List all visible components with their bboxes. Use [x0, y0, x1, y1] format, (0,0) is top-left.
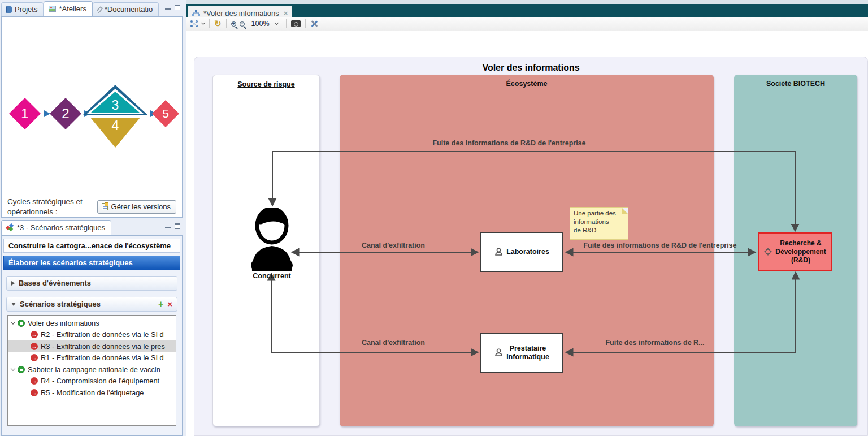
tab-documentation-label: *Documentatio: [105, 5, 153, 14]
edge-label-mid-right: Fuite des informations de R&D de l'entre…: [583, 241, 736, 249]
book-icon: [6, 6, 12, 13]
manage-versions-button[interactable]: Gérer les versions: [97, 200, 176, 214]
prestataire-label: Prestataire informatique: [506, 344, 549, 361]
maximize-icon[interactable]: [175, 5, 180, 10]
target-icon: [764, 248, 772, 256]
tab-scenarios-label: *3 - Scénarios stratégiques: [17, 223, 105, 232]
tree-item-risk[interactable]: → R1 - Exfiltration de données via le SI…: [8, 352, 176, 364]
ateliers-panel: Projets *Ateliers *Documentatio 1 2: [1, 1, 183, 218]
tab-scenarios-strategiques[interactable]: *3 - Scénarios stratégiques: [1, 220, 111, 235]
node-laboratoires[interactable]: Laboratoires: [480, 232, 563, 272]
risk-arrow-icon: →: [31, 354, 38, 361]
image-icon: [49, 6, 56, 12]
step2-number: 2: [62, 106, 69, 121]
tree-item-risk[interactable]: → R5 - Modification de l'étiquetage: [8, 387, 176, 399]
rd-label: Recherche & Développement (R&D): [775, 239, 826, 265]
layout-dropdown-icon[interactable]: [201, 21, 205, 25]
arrow-1-2-icon: [44, 110, 50, 117]
ateliers-panel-body: 1 2 3 4 5 Cycles stratégiques et opérati…: [1, 16, 183, 218]
tree-item-risk[interactable]: → R4 - Compromission de l'équipement: [8, 375, 176, 387]
sticky-note[interactable]: Une partie des informations de R&D: [570, 207, 628, 240]
scenario-icon: [18, 320, 25, 327]
editor-tab-label: *Voler des informations: [203, 9, 279, 18]
minimize-icon[interactable]: [165, 223, 171, 228]
edge-label-bottom-right: Fuite des informations de R...: [605, 339, 704, 347]
versions-icon: [102, 203, 108, 210]
edge-label-bottom-left: Canal d'exfiltration: [362, 339, 425, 347]
tree-item-scenario[interactable]: Saboter la campagne nationale de vaccin: [8, 364, 176, 375]
diagram-canvas[interactable]: Voler des informations Source de risque …: [194, 57, 868, 436]
zoom-level-select[interactable]: 100%: [248, 19, 281, 29]
chevron-down-icon: [275, 21, 279, 25]
tab-ateliers-label: *Ateliers: [59, 5, 86, 13]
concurrent-label: Concurrent: [229, 272, 314, 280]
section-bases-evenements[interactable]: Bases d'évènements: [6, 276, 177, 291]
edge-label-mid-left: Canal d'exfiltration: [362, 241, 425, 249]
risk-arrow-icon: →: [31, 389, 38, 396]
scenarios-panel: *3 - Scénarios stratégiques Construire l…: [1, 220, 183, 436]
workshop-icon: [6, 224, 14, 231]
risk-arrow-icon: →: [31, 343, 38, 350]
step5-number: 5: [162, 107, 169, 120]
scenario-icon: [18, 366, 25, 373]
section-scenarios-strategiques[interactable]: Scénarios stratégiques + ×: [6, 297, 177, 312]
node-prestataire-informatique[interactable]: Prestataire informatique: [480, 333, 563, 373]
risk-arrow-icon: →: [31, 377, 38, 385]
sync-icon[interactable]: ↻: [214, 20, 222, 28]
tab-documentation[interactable]: *Documentatio: [93, 2, 159, 16]
concurrent-person-icon[interactable]: [246, 208, 297, 271]
diagram-editor: *Voler des informations × ↻ + − 100% Vol…: [186, 0, 868, 436]
add-scenario-icon[interactable]: +: [158, 301, 163, 308]
person-icon: [494, 348, 503, 357]
tab-projets[interactable]: Projets: [1, 2, 44, 16]
zoom-in-icon[interactable]: +: [231, 21, 236, 27]
paperclip-icon: [96, 6, 103, 14]
step-cartographie[interactable]: Construire la cartogra...enace de l'écos…: [3, 239, 180, 253]
ateliers-tabbar: Projets *Ateliers *Documentatio: [1, 1, 183, 16]
scenarios-tree[interactable]: Voler des informations → R2 - Exfiltrati…: [7, 315, 176, 426]
tab-ateliers[interactable]: *Ateliers: [44, 1, 92, 16]
step3-number: 3: [112, 98, 119, 113]
editor-toolbar: ↻ + − 100%: [186, 17, 868, 31]
tree-item-risk-selected[interactable]: → R3 - Exfiltration de données via le pr…: [8, 340, 176, 352]
expanded-arrow-icon: [11, 303, 16, 306]
zoom-out-icon[interactable]: −: [240, 21, 245, 27]
step-elaborer[interactable]: Élaborer les scénarios stratégiques: [3, 256, 180, 270]
tools-icon[interactable]: [310, 20, 318, 28]
scenarios-panel-body: Construire la cartogra...enace de l'écos…: [1, 235, 183, 436]
diagram-icon: [192, 10, 200, 17]
person-icon: [494, 248, 503, 256]
edge-top-fuite[interactable]: [272, 152, 795, 231]
tab-projets-label: Projets: [15, 5, 37, 14]
snapshot-icon[interactable]: [291, 20, 301, 27]
chevron-down-icon[interactable]: [11, 366, 15, 371]
collapsed-arrow-icon: [11, 281, 15, 286]
editor-tabstrip: *Voler des informations ×: [186, 0, 868, 17]
step1-number: 1: [21, 106, 28, 121]
chevron-down-icon[interactable]: [11, 320, 15, 325]
maximize-icon[interactable]: [175, 223, 180, 229]
edge-label-top: Fuite des informations de R&D de l'entre…: [432, 139, 585, 147]
node-recherche-developpement[interactable]: Recherche & Développement (R&D): [758, 232, 832, 271]
tree-item-scenario[interactable]: Voler des informations: [8, 317, 176, 329]
risk-arrow-icon: →: [31, 331, 38, 338]
close-icon[interactable]: ×: [284, 9, 288, 18]
minimize-icon[interactable]: [165, 5, 171, 10]
step4-number: 4: [112, 118, 119, 133]
delete-scenario-icon[interactable]: ×: [167, 301, 172, 308]
layout-icon[interactable]: [190, 20, 198, 28]
cycles-caption: Cycles stratégiques et opérationnels :: [7, 197, 83, 217]
workshop-steps-diagram[interactable]: 1 2 3 4 5: [3, 80, 181, 152]
tree-item-risk[interactable]: → R2 - Exfiltration de données via le SI…: [8, 329, 176, 341]
